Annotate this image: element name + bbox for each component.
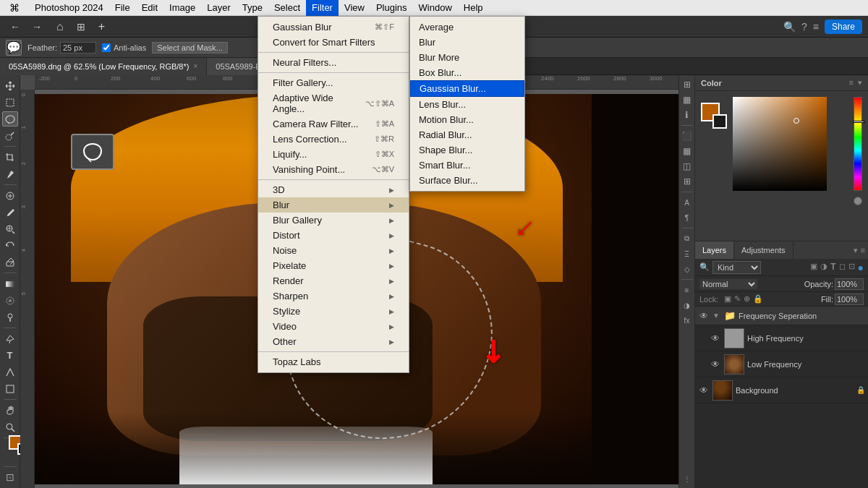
filter-convert-smart[interactable]: Convert for Smart Filters [258, 35, 409, 50]
help-btn[interactable]: ? [801, 21, 807, 33]
navigator-icon[interactable]: ⊞ [681, 78, 694, 91]
styles-icon[interactable]: fx [681, 314, 694, 327]
bg-layer-visibility[interactable]: 👁 [698, 385, 710, 396]
layer-background[interactable]: 👁 Background 🔒 [695, 377, 868, 403]
blur-tool[interactable] [2, 293, 18, 308]
filter-blur-submenu[interactable]: Blur [258, 197, 409, 213]
feather-input[interactable] [60, 42, 96, 53]
blur-radial[interactable]: Radial Blur... [410, 127, 524, 142]
lock-pixels-icon[interactable]: ▣ [724, 294, 731, 304]
menu-file[interactable]: File [109, 0, 136, 16]
menu-layer[interactable]: Layer [201, 0, 237, 16]
group-visibility-toggle[interactable]: 👁 [698, 310, 710, 322]
filter-lens-correction[interactable]: Lens Correction... ⇧⌘R [258, 132, 409, 147]
layers-strip-icon[interactable]: ⧉ [681, 232, 694, 245]
char-icon[interactable]: A [681, 196, 694, 209]
info-icon[interactable]: ℹ [681, 108, 694, 121]
blur-shape[interactable]: Shape Blur... [410, 142, 524, 158]
adjustment-filter-icon[interactable]: ◑ [820, 262, 827, 273]
adj-icon[interactable]: ◑ [681, 299, 694, 312]
filter-3d-submenu[interactable]: 3D [258, 182, 409, 197]
filter-distort-submenu[interactable]: Distort [258, 228, 409, 243]
lock-artboard-icon[interactable]: ⊕ [744, 294, 750, 304]
menu-select[interactable]: Select [268, 0, 306, 16]
adjustments-tab[interactable]: Adjustments [734, 241, 793, 259]
blur-more[interactable]: Blur More [410, 50, 524, 65]
hue-strip[interactable] [854, 97, 862, 191]
para-icon[interactable]: ¶ [681, 211, 694, 224]
filter-neural[interactable]: Neural Filters... [258, 55, 409, 70]
type-filter-icon[interactable]: T [830, 262, 835, 273]
screen-mode[interactable]: ⊡ [2, 470, 18, 485]
lock-all-icon[interactable]: 🔒 [753, 294, 763, 304]
menu-filter[interactable]: Filter [306, 0, 339, 16]
menu-help[interactable]: Help [458, 0, 489, 16]
menu-photoshop[interactable]: Photoshop 2024 [29, 0, 109, 16]
filter-gallery[interactable]: Filter Gallery... [258, 75, 409, 90]
type-tool[interactable]: T [2, 348, 18, 363]
new-doc-btn[interactable]: + [94, 19, 109, 35]
menu-view[interactable]: View [339, 0, 370, 16]
color-picker-square[interactable] [733, 97, 827, 191]
share-button[interactable]: Share [825, 20, 862, 34]
fill-input[interactable] [835, 294, 864, 305]
filter-vanishing-point[interactable]: Vanishing Point... ⌥⌘V [258, 162, 409, 177]
quick-select-tool[interactable] [2, 128, 18, 143]
zoom-tool[interactable] [2, 419, 18, 435]
filter-stylize-submenu[interactable]: Stylize [258, 304, 409, 319]
filter-toggle[interactable]: ● [858, 262, 864, 273]
filter-noise-submenu[interactable]: Noise [258, 243, 409, 258]
blur-blur[interactable]: Blur [410, 35, 524, 50]
blend-mode-select[interactable]: Normal Dissolve Multiply Screen Overlay … [699, 279, 757, 289]
layer-high-frequency[interactable]: 👁 High Frequency [695, 325, 868, 351]
filter-camera-raw[interactable]: Camera Raw Filter... ⇧⌘A [258, 116, 409, 132]
filter-blur-gallery-submenu[interactable]: Blur Gallery [258, 213, 409, 228]
eraser-tool[interactable] [2, 254, 18, 270]
healing-tool[interactable] [2, 188, 18, 203]
menu-plugins[interactable]: Plugins [370, 0, 413, 16]
opacity-input[interactable] [835, 278, 864, 290]
filter-other-submenu[interactable]: Other [258, 334, 409, 349]
history-brush-tool[interactable] [2, 238, 18, 253]
lock-position-icon[interactable]: ✎ [734, 294, 741, 304]
blur-lens[interactable]: Lens Blur... [410, 97, 524, 112]
high-freq-visibility[interactable]: 👁 [710, 333, 721, 344]
select-mask-button[interactable]: Select and Mask... [152, 42, 228, 53]
shape-filter-icon[interactable]: ◻ [839, 262, 846, 273]
forward-btn[interactable]: → [27, 20, 46, 34]
filter-gaussian-blur-top[interactable]: Gaussian Blur ⌘⇧F [258, 20, 409, 35]
filter-liquify[interactable]: Liquify... ⇧⌘X [258, 147, 409, 162]
histogram-icon[interactable]: ▦ [681, 93, 694, 106]
menu-window[interactable]: Window [413, 0, 458, 16]
layers-tab[interactable]: Layers [695, 241, 734, 259]
blur-surface[interactable]: Surface Blur... [410, 173, 524, 188]
menu-image[interactable]: Image [163, 0, 201, 16]
apple-menu[interactable]: ⌘ [0, 2, 29, 14]
menu-edit[interactable]: Edit [136, 0, 163, 16]
brush-tool[interactable] [2, 205, 18, 220]
layer-group-header[interactable]: 👁 ▼ 📁 Frequency Seperation [695, 307, 868, 325]
filter-pixelate-submenu[interactable]: Pixelate [258, 258, 409, 273]
blur-smart[interactable]: Smart Blur... [410, 158, 524, 173]
color-panel-menu[interactable]: ≡ [849, 78, 854, 87]
bg-swatch[interactable] [712, 114, 727, 129]
tab-0-close[interactable]: × [193, 62, 197, 70]
menu-type[interactable]: Type [237, 0, 268, 16]
lasso-tool[interactable] [2, 111, 18, 127]
filter-adaptive-wide[interactable]: Adaptive Wide Angle... ⌥⇧⌘A [258, 90, 409, 116]
filter-topaz-labs[interactable]: Topaz Labs [258, 354, 409, 369]
eyedropper-tool[interactable] [2, 166, 18, 181]
gradient-icon[interactable]: ◫ [681, 160, 694, 173]
shape-tool[interactable] [2, 381, 18, 396]
marquee-tool[interactable] [2, 95, 18, 110]
blur-box[interactable]: Box Blur... [410, 65, 524, 80]
color-panel-collapse[interactable]: ▾ [858, 78, 862, 87]
color-icon[interactable]: ⬛ [681, 129, 694, 142]
antialias-checkbox[interactable] [102, 43, 111, 52]
blur-average[interactable]: Average [410, 20, 524, 35]
filter-video-submenu[interactable]: Video [258, 319, 409, 334]
crop-tool[interactable] [2, 150, 18, 165]
layers-panel-menu[interactable]: ≡ [861, 246, 865, 255]
home-btn[interactable]: ⌂ [52, 19, 68, 35]
hand-tool[interactable] [2, 403, 18, 418]
